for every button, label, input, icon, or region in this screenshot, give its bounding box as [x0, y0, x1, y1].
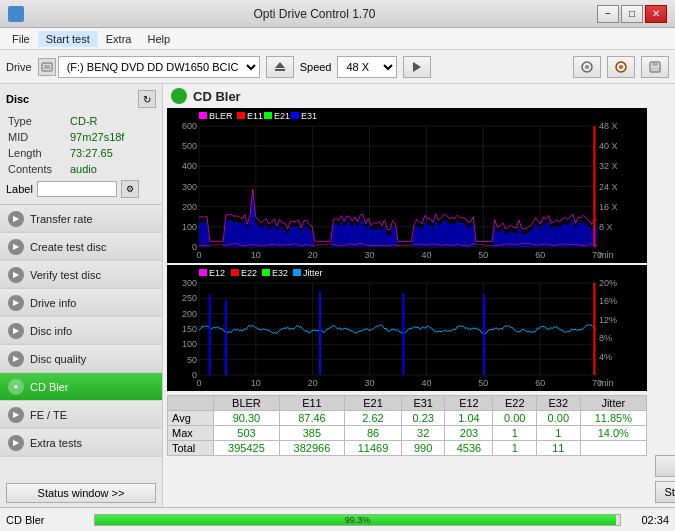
drive-info-icon: ▶ — [8, 295, 24, 311]
sidebar-item-extra-tests[interactable]: ▶ Extra tests — [0, 429, 162, 457]
close-button[interactable]: ✕ — [645, 5, 667, 23]
verify-test-disc-icon: ▶ — [8, 267, 24, 283]
create-test-disc-icon: ▶ — [8, 239, 24, 255]
top-chart — [167, 108, 647, 263]
go-button[interactable] — [403, 56, 431, 78]
label-edit-button[interactable]: ⚙ — [121, 180, 139, 198]
sidebar-item-create-test-disc[interactable]: ▶ Create test disc — [0, 233, 162, 261]
cd-bler-icon: ● — [8, 379, 24, 395]
mid-value: 97m27s18f — [70, 130, 154, 144]
svg-rect-3 — [275, 69, 285, 71]
start-part-button[interactable]: Start part — [655, 481, 675, 503]
label-label: Label — [6, 183, 33, 195]
mid-label: MID — [8, 130, 68, 144]
contents-value: audio — [70, 162, 154, 176]
charts-column: BLERE11E21E31E12E22E32Jitter Avg90.3087.… — [163, 108, 651, 507]
app-icon — [8, 6, 24, 22]
statusbar: CD Bler 99.3% 02:34 — [0, 507, 675, 531]
sidebar: Disc ↻ Type CD-R MID 97m27s18f Length 73… — [0, 84, 163, 507]
progress-container: 99.3% — [94, 514, 621, 526]
cd-bler-header-icon — [171, 88, 187, 104]
bottom-chart-canvas — [167, 265, 647, 391]
menu-start-test[interactable]: Start test — [38, 31, 98, 47]
chart-header: CD Bler — [163, 84, 675, 108]
disc-panel: Disc ↻ Type CD-R MID 97m27s18f Length 73… — [0, 84, 162, 205]
menu-help[interactable]: Help — [139, 31, 178, 47]
menu-file[interactable]: File — [4, 31, 38, 47]
drivebar: Drive (F:) BENQ DVD DD DW1650 BCIC Speed… — [0, 50, 675, 84]
svg-point-6 — [585, 65, 589, 69]
maximize-button[interactable]: □ — [621, 5, 643, 23]
label-input[interactable] — [37, 181, 117, 197]
type-label: Type — [8, 114, 68, 128]
speed-label: Speed — [300, 61, 332, 73]
speed-select[interactable]: 48 X — [337, 56, 397, 78]
disc-info-icon: ▶ — [8, 323, 24, 339]
chart-header-title: CD Bler — [193, 89, 241, 104]
time-text: 02:34 — [629, 514, 669, 526]
stats-body: Avg90.3087.462.620.231.040.000.0011.85%M… — [168, 411, 647, 456]
charts-and-buttons: BLERE11E21E31E12E22E32Jitter Avg90.3087.… — [163, 108, 675, 507]
type-value: CD-R — [70, 114, 154, 128]
disc-title: Disc — [6, 93, 29, 105]
drive-icon — [38, 58, 56, 76]
titlebar: Opti Drive Control 1.70 − □ ✕ — [0, 0, 675, 28]
sidebar-item-cd-bler[interactable]: ● CD Bler — [0, 373, 162, 401]
fe-te-icon: ▶ — [8, 407, 24, 423]
status-window-button[interactable]: Status window >> — [6, 483, 156, 503]
minimize-button[interactable]: − — [597, 5, 619, 23]
menubar: File Start test Extra Help — [0, 28, 675, 50]
sidebar-item-disc-quality[interactable]: ▶ Disc quality — [0, 345, 162, 373]
status-text: CD Bler — [6, 514, 86, 526]
contents-label: Contents — [8, 162, 68, 176]
sidebar-item-drive-info[interactable]: ▶ Drive info — [0, 289, 162, 317]
svg-marker-4 — [413, 62, 421, 72]
main-charts: CD Bler BLERE11E21E31E12E22E32Jitter — [163, 84, 675, 507]
sidebar-item-verify-test-disc[interactable]: ▶ Verify test disc — [0, 261, 162, 289]
window-controls: − □ ✕ — [597, 5, 667, 23]
progress-text: 99.3% — [95, 515, 620, 525]
sidebar-item-disc-info[interactable]: ▶ Disc info — [0, 317, 162, 345]
stop-button[interactable]: Stop — [655, 455, 675, 477]
svg-rect-11 — [651, 67, 659, 71]
bottom-chart — [167, 265, 647, 391]
disc-refresh-button[interactable]: ↻ — [138, 90, 156, 108]
svg-point-8 — [619, 65, 623, 69]
transfer-rate-icon: ▶ — [8, 211, 24, 227]
sidebar-item-transfer-rate[interactable]: ▶ Transfer rate — [0, 205, 162, 233]
length-value: 73:27.65 — [70, 146, 154, 160]
label-row: Label ⚙ — [6, 180, 156, 198]
eject-button[interactable] — [266, 56, 294, 78]
stats-area: BLERE11E21E31E12E22E32Jitter Avg90.3087.… — [163, 393, 651, 458]
svg-rect-1 — [44, 65, 50, 69]
read-button[interactable] — [573, 56, 601, 78]
top-chart-canvas — [167, 108, 647, 263]
disc-quality-icon: ▶ — [8, 351, 24, 367]
buttons-column: Stop Start part — [651, 108, 675, 507]
svg-marker-2 — [275, 62, 285, 68]
stats-header-row: BLERE11E21E31E12E22E32Jitter — [168, 396, 647, 411]
stats-table: BLERE11E21E31E12E22E32Jitter Avg90.3087.… — [167, 395, 647, 456]
disc-info-table: Type CD-R MID 97m27s18f Length 73:27.65 … — [6, 112, 156, 178]
app-title: Opti Drive Control 1.70 — [32, 7, 597, 21]
drive-select[interactable]: (F:) BENQ DVD DD DW1650 BCIC — [58, 56, 260, 78]
main-content: Disc ↻ Type CD-R MID 97m27s18f Length 73… — [0, 84, 675, 507]
svg-rect-10 — [652, 62, 658, 66]
sidebar-item-fe-te[interactable]: ▶ FE / TE — [0, 401, 162, 429]
extra-tests-icon: ▶ — [8, 435, 24, 451]
menu-extra[interactable]: Extra — [98, 31, 140, 47]
write-button[interactable] — [607, 56, 635, 78]
length-label: Length — [8, 146, 68, 160]
save-button[interactable] — [641, 56, 669, 78]
drive-label: Drive — [6, 61, 32, 73]
